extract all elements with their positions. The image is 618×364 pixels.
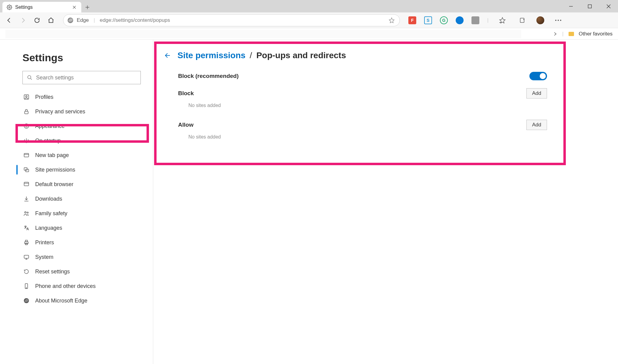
nav-appearance[interactable]: Appearance bbox=[22, 119, 141, 133]
close-tab-button[interactable] bbox=[71, 4, 78, 11]
extension-icon[interactable]: G bbox=[440, 16, 448, 24]
nav-system[interactable]: System bbox=[22, 250, 141, 264]
collections-button[interactable] bbox=[516, 14, 529, 26]
appearance-icon bbox=[23, 123, 30, 129]
svg-rect-17 bbox=[24, 182, 29, 186]
nav-startup[interactable]: On startup bbox=[22, 133, 141, 148]
nav-family[interactable]: Family safety bbox=[22, 206, 141, 221]
breadcrumb-current: Pop-ups and redirects bbox=[256, 51, 346, 60]
svg-point-25 bbox=[26, 288, 27, 288]
address-context-label: Edge bbox=[77, 17, 89, 23]
svg-rect-1 bbox=[588, 5, 592, 8]
svg-rect-14 bbox=[24, 153, 29, 157]
nav-profiles[interactable]: Profiles bbox=[22, 90, 141, 104]
other-favorites-link[interactable]: Other favorites bbox=[579, 31, 613, 37]
newtab-icon bbox=[23, 152, 30, 159]
nav-label: Appearance bbox=[35, 123, 65, 129]
nav-site-permissions[interactable]: Site permissions bbox=[22, 162, 141, 177]
nav-forward-button[interactable] bbox=[17, 14, 29, 26]
more-menu-button[interactable] bbox=[552, 14, 564, 26]
favorites-button[interactable] bbox=[496, 14, 508, 26]
svg-rect-3 bbox=[520, 18, 524, 22]
extension-icon[interactable]: S bbox=[424, 16, 432, 24]
back-arrow-button[interactable] bbox=[164, 51, 172, 60]
phone-icon bbox=[23, 283, 30, 289]
new-tab-button[interactable] bbox=[81, 2, 93, 12]
settings-title: Settings bbox=[22, 52, 141, 64]
bookmarks-bar: | Other favorites bbox=[0, 28, 618, 40]
svg-point-18 bbox=[25, 212, 26, 213]
home-button[interactable] bbox=[45, 14, 57, 26]
title-bar: Settings bbox=[0, 0, 618, 12]
svg-point-4 bbox=[555, 20, 556, 21]
favorite-star-icon[interactable] bbox=[389, 17, 395, 23]
power-icon bbox=[23, 137, 30, 144]
search-icon bbox=[27, 75, 32, 80]
nav-label: Languages bbox=[35, 225, 62, 231]
nav-label: Printers bbox=[35, 239, 54, 246]
svg-rect-22 bbox=[25, 243, 28, 245]
svg-rect-10 bbox=[25, 111, 28, 114]
nav-languages[interactable]: Languages bbox=[22, 221, 141, 235]
settings-search-input[interactable] bbox=[36, 75, 136, 81]
browser-tab[interactable]: Settings bbox=[2, 2, 81, 12]
breadcrumb-parent-link[interactable]: Site permissions bbox=[177, 51, 245, 60]
breadcrumb: Site permissions / Pop-ups and redirects bbox=[164, 51, 551, 60]
svg-point-11 bbox=[24, 124, 29, 129]
profile-icon bbox=[23, 94, 30, 100]
folder-icon bbox=[569, 32, 574, 36]
reset-icon bbox=[23, 268, 30, 275]
bookmarks-separator: | bbox=[562, 31, 563, 37]
nav-reset[interactable]: Reset settings bbox=[22, 264, 141, 279]
edge-icon bbox=[67, 17, 74, 24]
svg-rect-24 bbox=[25, 284, 28, 289]
nav-downloads[interactable]: Downloads bbox=[22, 192, 141, 206]
maximize-button[interactable] bbox=[580, 0, 599, 12]
add-allow-button[interactable]: Add bbox=[526, 120, 547, 130]
printer-icon bbox=[23, 239, 30, 246]
extension-icon[interactable] bbox=[471, 16, 479, 24]
block-toggle[interactable] bbox=[529, 72, 547, 80]
close-window-button[interactable] bbox=[599, 0, 618, 12]
nav-privacy[interactable]: Privacy and services bbox=[22, 104, 141, 119]
bookmarks-overflow-button[interactable] bbox=[553, 32, 557, 36]
browser-toolbar: Edge | edge://settings/content/popups F … bbox=[0, 12, 618, 28]
svg-rect-21 bbox=[25, 240, 28, 242]
extension-icon[interactable]: F bbox=[408, 16, 416, 24]
refresh-button[interactable] bbox=[31, 14, 43, 26]
toolbar-separator: | bbox=[487, 18, 488, 23]
settings-nav: Profiles Privacy and services Appearance… bbox=[22, 90, 141, 308]
window-controls bbox=[562, 0, 618, 12]
settings-search[interactable] bbox=[22, 71, 141, 84]
address-url: edge://settings/content/popups bbox=[100, 17, 386, 23]
languages-icon bbox=[23, 225, 30, 231]
block-section-title: Block bbox=[178, 90, 194, 97]
browser-icon bbox=[23, 181, 30, 188]
svg-point-7 bbox=[28, 75, 31, 79]
nav-label: Site permissions bbox=[35, 167, 75, 173]
svg-rect-8 bbox=[24, 95, 29, 99]
nav-label: Profiles bbox=[35, 94, 53, 100]
profile-avatar[interactable] bbox=[536, 16, 544, 24]
nav-label: Reset settings bbox=[35, 269, 70, 275]
extension-icon[interactable] bbox=[456, 16, 464, 24]
extensions-area: F S G | bbox=[408, 14, 564, 26]
nav-label: System bbox=[35, 254, 53, 260]
tab-strip: Settings bbox=[0, 0, 93, 12]
bookmarks-empty-area bbox=[5, 30, 521, 38]
nav-about[interactable]: About Microsoft Edge bbox=[22, 293, 141, 308]
address-bar[interactable]: Edge | edge://settings/content/popups bbox=[63, 14, 400, 26]
block-recommended-label: Block (recommended) bbox=[178, 73, 239, 79]
nav-back-button[interactable] bbox=[3, 14, 15, 26]
minimize-button[interactable] bbox=[562, 0, 580, 12]
settings-content: Site permissions / Pop-ups and redirects… bbox=[153, 40, 618, 364]
nav-label: New tab page bbox=[35, 152, 69, 159]
address-separator: | bbox=[94, 18, 95, 23]
allow-empty-text: No sites added bbox=[178, 130, 551, 147]
nav-newtab[interactable]: New tab page bbox=[22, 148, 141, 162]
nav-printers[interactable]: Printers bbox=[22, 235, 141, 250]
nav-default-browser[interactable]: Default browser bbox=[22, 177, 141, 192]
nav-phone[interactable]: Phone and other devices bbox=[22, 279, 141, 293]
breadcrumb-separator: / bbox=[250, 51, 252, 60]
add-block-button[interactable]: Add bbox=[526, 88, 547, 99]
